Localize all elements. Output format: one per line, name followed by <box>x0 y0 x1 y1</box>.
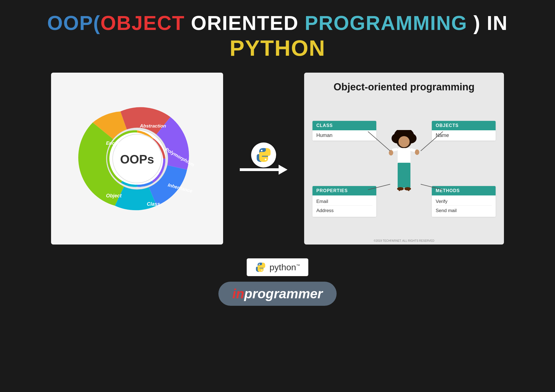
svg-point-34 <box>259 264 260 265</box>
person-figure <box>383 130 425 208</box>
copyright-text: ©2019 TECHFARNET. ALL RIGHTS RESERVED <box>374 239 434 242</box>
svg-rect-18 <box>398 148 410 163</box>
svg-point-17 <box>398 136 410 147</box>
svg-rect-24 <box>398 174 403 188</box>
svg-text:OOPs: OOPs <box>120 152 154 166</box>
inp-in-text: in <box>232 286 244 301</box>
method-verify: Verify <box>436 198 492 206</box>
svg-text:Object: Object <box>106 193 122 198</box>
arrow-head <box>279 165 287 175</box>
inprogrammer-badge: inprogrammer <box>218 282 336 306</box>
arrow-shaft <box>240 168 279 171</box>
svg-text:Encapsulation: Encapsulation <box>106 141 138 146</box>
python-badge-icon <box>255 262 266 273</box>
svg-point-22 <box>415 149 419 155</box>
right-panel: Object-oriented programming CLASS Human … <box>304 73 504 245</box>
property-email: Email <box>316 198 372 206</box>
title-line1: OOP(OBJECT ORIENTED PROGRAMMING ) IN <box>47 11 508 35</box>
objects-value: Name <box>432 130 496 141</box>
oop-left-col: CLASS Human PROPERTIES Email Address <box>312 101 376 236</box>
properties-header: PROPERTIES <box>312 186 376 195</box>
python-badge: python™ <box>247 258 308 276</box>
arrow-container <box>240 142 287 175</box>
bottom-section: python™ inprogrammer <box>218 258 336 306</box>
title-in: ) IN <box>467 12 508 34</box>
oop-right-col: OBJECTS Name METHODS Verify Send mail <box>432 101 496 236</box>
methods-box: METHODS Verify Send mail <box>432 186 496 217</box>
oops-diagram: OOPs Encapsulation Abstraction Polymorph… <box>65 86 209 231</box>
title-programming: PROGRAMMING <box>305 12 467 34</box>
person-col <box>380 101 428 236</box>
methods-values: Verify Send mail <box>432 195 496 217</box>
svg-text:Class: Class <box>147 201 160 207</box>
property-address: Address <box>316 207 372 215</box>
svg-rect-29 <box>408 188 409 191</box>
svg-rect-25 <box>405 174 410 188</box>
svg-point-27 <box>404 187 411 190</box>
title-python: PYTHON <box>47 35 508 62</box>
left-panel: OOPs Encapsulation Abstraction Polymorph… <box>51 73 223 245</box>
title-object: OBJECT <box>100 12 185 34</box>
svg-point-21 <box>389 150 393 156</box>
title-oriented: ORIENTED <box>185 12 305 34</box>
objects-box: OBJECTS Name <box>432 121 496 141</box>
class-header: CLASS <box>312 121 376 130</box>
svg-text:Abstraction: Abstraction <box>140 123 166 129</box>
objects-header: OBJECTS <box>432 121 496 130</box>
python-badge-text: python™ <box>269 262 300 273</box>
inp-programmer-text: programmer <box>244 286 323 301</box>
class-value: Human <box>312 130 376 141</box>
svg-point-35 <box>261 270 263 271</box>
title-oop: OOP( <box>47 12 100 34</box>
oops-svg: OOPs Encapsulation Abstraction Polymorph… <box>65 86 209 231</box>
svg-point-11 <box>261 150 263 151</box>
methods-header: METHODS <box>432 186 496 195</box>
svg-rect-28 <box>399 188 400 191</box>
python-logo-icon <box>255 147 272 163</box>
main-content: OOPs Encapsulation Abstraction Polymorph… <box>0 73 555 245</box>
python-logo-circle <box>251 142 276 167</box>
svg-point-26 <box>397 187 404 190</box>
properties-box: PROPERTIES Email Address <box>312 186 376 217</box>
oop-diagram-area: CLASS Human PROPERTIES Email Address <box>312 101 496 236</box>
title-section: OOP(OBJECT ORIENTED PROGRAMMING ) IN PYT… <box>47 11 508 62</box>
class-box: CLASS Human <box>312 121 376 141</box>
properties-values: Email Address <box>312 195 376 217</box>
svg-point-12 <box>265 159 266 160</box>
python-text: python <box>269 262 296 272</box>
oop-panel-title: Object-oriented programming <box>334 81 475 93</box>
method-sendmail: Send mail <box>436 207 492 215</box>
